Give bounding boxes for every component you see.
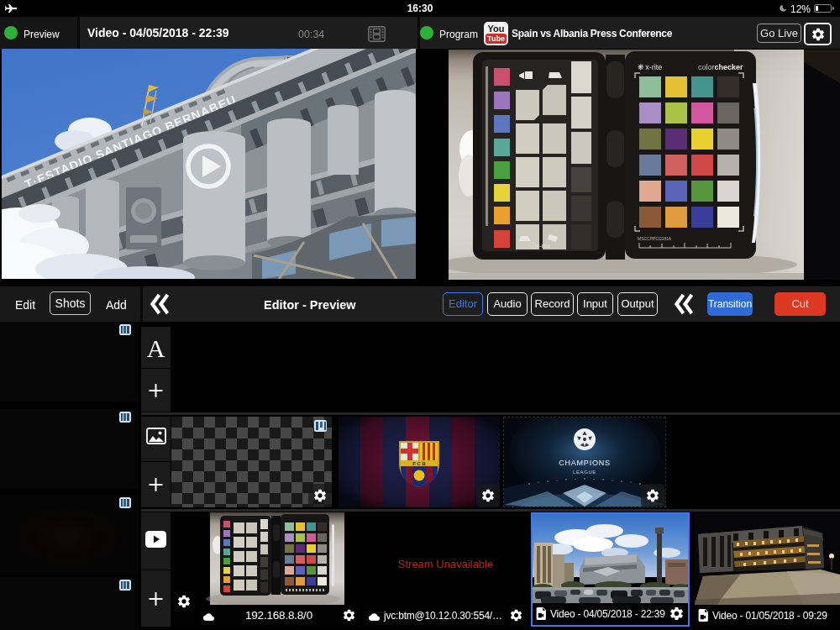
- svg-text:❋ x-rite: ❋ x-rite: [638, 63, 662, 71]
- svg-text:F C B: F C B: [412, 461, 426, 466]
- svg-text:LEAGUE: LEAGUE: [573, 470, 596, 475]
- svg-text:colorchecker: colorchecker: [698, 63, 743, 71]
- svg-text:ⓘx-rite: ⓘx-rite: [529, 242, 551, 249]
- svg-text:A: A: [147, 334, 165, 362]
- svg-text:MSCCPPCC0816: MSCCPPCC0816: [638, 236, 671, 241]
- svg-text:CHAMPIONS: CHAMPIONS: [559, 459, 611, 467]
